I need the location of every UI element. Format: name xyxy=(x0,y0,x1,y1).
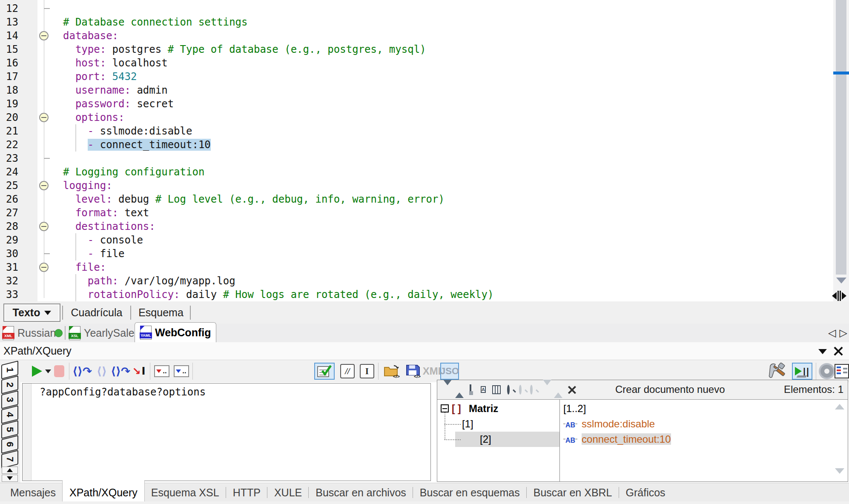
file-tab-russian[interactable]: XML Russian xyxy=(3,324,56,342)
search-prev-icon[interactable] xyxy=(530,386,533,394)
code-line[interactable]: 24# Logging configuration xyxy=(0,165,833,179)
json-mode-toggle[interactable]: JSO xyxy=(440,363,459,380)
code-text[interactable]: file: xyxy=(63,261,106,274)
evaluate-next-icon[interactable]: ⟨⟩↷ xyxy=(112,363,129,380)
code-text[interactable]: path: /var/log/myapp.log xyxy=(63,274,235,288)
code-line[interactable]: 19 password: secret xyxy=(0,97,833,111)
copy-result-icon[interactable] xyxy=(470,385,471,393)
results-scroll-down-icon[interactable] xyxy=(835,468,844,474)
stop-button[interactable] xyxy=(53,363,66,380)
code-line[interactable]: 13# Database connection settings xyxy=(0,15,833,29)
code-text[interactable]: # Logging configuration xyxy=(63,165,204,179)
evaluate-xpath-icon[interactable]: ⟨⟩↷ xyxy=(73,363,91,380)
search-icon[interactable] xyxy=(507,386,510,394)
output-tab-xule[interactable]: XULE xyxy=(267,483,309,501)
layout-panels-icon[interactable] xyxy=(834,363,849,380)
code-line[interactable]: 22 - connect_timeout:10 xyxy=(0,138,833,152)
prev-result-icon[interactable] xyxy=(554,385,562,393)
code-text[interactable]: rotationPolicy: daily # How logs are rot… xyxy=(63,288,493,301)
pane-splitter-icon[interactable] xyxy=(829,290,849,301)
xpath-query-text[interactable]: ?appConfig?database?options xyxy=(40,386,206,398)
save-expression-icon[interactable]: </> xyxy=(404,363,423,380)
code-line[interactable]: 20 options: xyxy=(0,111,833,124)
code-line[interactable]: 27 format: text xyxy=(0,206,833,220)
fold-collapse-icon[interactable] xyxy=(39,263,49,272)
settings-gear-icon[interactable] xyxy=(818,363,835,380)
fold-collapse-icon[interactable] xyxy=(39,31,49,40)
panel-collapse-icon[interactable] xyxy=(818,349,827,354)
fold-collapse-icon[interactable] xyxy=(39,113,49,122)
code-text[interactable]: options: xyxy=(63,111,125,124)
output-tab-xpath-xquery[interactable]: XPath/XQuery xyxy=(63,480,144,501)
expression-builder-blue-icon[interactable]: ‥ xyxy=(173,363,190,380)
output-tab-buscar-en-archivos[interactable]: Buscar en archivos xyxy=(309,483,413,501)
code-line[interactable]: 30 - file xyxy=(0,247,833,261)
code-text[interactable]: - connect_timeout:10 xyxy=(63,138,211,152)
side-tabs-scroll-down[interactable] xyxy=(2,475,18,482)
run-options-chevron-icon[interactable] xyxy=(45,369,51,373)
file-tab-webconfig[interactable]: YAML WebConfig xyxy=(135,322,216,342)
tab-esquema[interactable]: Esquema xyxy=(134,304,188,322)
output-tab-http[interactable]: HTTP xyxy=(226,483,267,501)
code-text[interactable]: level: debug # Log level (e.g., debug, i… xyxy=(63,192,445,206)
expression-builder-red-icon[interactable]: ‥ xyxy=(153,363,170,380)
code-line[interactable]: 26 level: debug # Log level (e.g., debug… xyxy=(0,192,833,206)
code-text[interactable]: type: postgres # Type of database (e.g.,… xyxy=(63,43,426,56)
code-line[interactable]: 28 destinations: xyxy=(0,220,833,233)
goto-cursor-icon[interactable]: ↘I xyxy=(130,363,147,380)
search-next-icon[interactable] xyxy=(519,386,522,394)
code-text[interactable]: host: localhost xyxy=(63,56,168,70)
output-tab-buscar-en-xbrl[interactable]: Buscar en XBRL xyxy=(527,483,619,501)
code-line[interactable]: 17 port: 5432 xyxy=(0,70,833,83)
validate-results-button[interactable] xyxy=(314,363,335,380)
file-tab-yearlysales[interactable]: XSL YearlySales xyxy=(69,324,140,342)
debugger-button[interactable]: || xyxy=(792,363,812,380)
code-text[interactable]: format: text xyxy=(63,206,149,220)
move-up-icon[interactable] xyxy=(455,385,464,393)
panel-close-icon[interactable] xyxy=(834,346,843,356)
prev-tab-icon[interactable]: ◁ xyxy=(828,327,836,339)
run-query-button[interactable] xyxy=(31,363,43,380)
create-new-document-label[interactable]: Crear documento nuevo xyxy=(615,384,725,395)
code-line[interactable]: 32 path: /var/log/myapp.log xyxy=(0,274,833,288)
code-text[interactable]: password: secret xyxy=(63,97,174,111)
code-line[interactable]: 25logging: xyxy=(0,179,833,192)
editor-vertical-scrollbar[interactable] xyxy=(833,0,849,301)
code-line[interactable]: 12 xyxy=(0,2,833,15)
output-tab-esquema-xsl[interactable]: Esquema XSL xyxy=(144,483,226,501)
code-line[interactable]: 16 host: localhost xyxy=(0,56,833,70)
code-text[interactable]: - sslmode:disable xyxy=(63,124,192,138)
scrollbar-thumb[interactable] xyxy=(836,0,846,275)
move-down-icon[interactable] xyxy=(443,385,452,393)
comment-toggle-icon[interactable]: // xyxy=(339,363,356,380)
code-line[interactable]: 18 username: admin xyxy=(0,83,833,97)
code-text[interactable]: logging: xyxy=(63,179,112,192)
xpath-query-editor[interactable]: ?appConfig?database?options xyxy=(22,383,431,481)
code-line[interactable]: 31 file: xyxy=(0,261,833,274)
tree-row-root[interactable]: [ ]Matriz[1..2] xyxy=(437,401,848,416)
tab-cuadricula[interactable]: Cuadrícula xyxy=(65,304,129,322)
code-text[interactable]: destinations: xyxy=(63,220,155,233)
output-tab-gr-ficos[interactable]: Gráficos xyxy=(619,483,672,501)
output-tab-buscar-en-esquemas[interactable]: Buscar en esquemas xyxy=(413,483,527,501)
tab-texto[interactable]: Texto xyxy=(3,304,60,322)
code-text[interactable]: username: admin xyxy=(63,83,168,97)
fold-collapse-icon[interactable] xyxy=(39,222,49,231)
code-text[interactable]: # Database connection settings xyxy=(63,15,247,29)
text-mode-icon[interactable]: I xyxy=(359,363,376,380)
code-line[interactable]: 14database: xyxy=(0,29,833,43)
fold-collapse-icon[interactable] xyxy=(39,181,49,190)
code-line[interactable]: 29 - console xyxy=(0,233,833,247)
text-editor[interactable]: 1213# Database connection settings14data… xyxy=(0,0,833,301)
columns-view-icon[interactable] xyxy=(492,385,501,394)
tree-collapse-icon[interactable] xyxy=(441,404,449,412)
code-line[interactable]: 33 rotationPolicy: daily # How logs are … xyxy=(0,288,833,301)
side-tabs-scroll-up[interactable] xyxy=(2,467,18,474)
code-line[interactable]: 23 xyxy=(0,152,833,165)
open-expression-icon[interactable]: </> xyxy=(382,363,402,380)
code-line[interactable]: 15 type: postgres # Type of database (e.… xyxy=(0,43,833,56)
tree-row-item[interactable]: [1]"AB"sslmode:disable xyxy=(437,416,848,432)
copy-as-text-icon[interactable]: A xyxy=(481,385,486,393)
results-scroll-up-icon[interactable] xyxy=(835,404,844,410)
tree-row-item[interactable]: [2]"AB"connect_timeout:10 xyxy=(437,432,848,447)
